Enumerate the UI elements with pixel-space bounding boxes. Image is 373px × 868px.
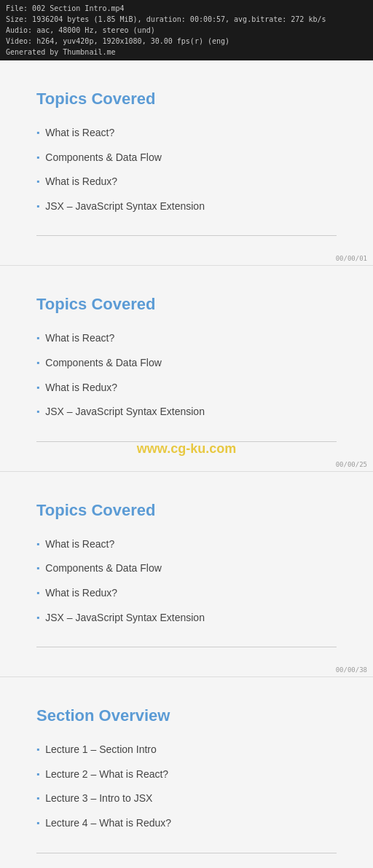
slide-panel-1: Topics CoveredWhat is React?Components &…	[0, 60, 373, 266]
frame-number: 00/00/25	[336, 461, 367, 468]
file-info-bar: File: 002 Section Intro.mp4 Size: 193620…	[0, 0, 373, 60]
slide-panel-3: Topics CoveredWhat is React?Components &…	[0, 472, 373, 677]
divider-line	[36, 853, 337, 853]
list-item: Lecture 3 – Intro to JSX	[36, 792, 337, 806]
divider-line	[36, 647, 337, 647]
panel-list-3: What is React?Components & Data FlowWhat…	[36, 537, 337, 625]
panel-list-4: Lecture 1 – Section IntroLecture 2 – Wha…	[36, 743, 337, 830]
panel-title-3: Topics Covered	[36, 501, 337, 520]
list-item: JSX – JavaScript Syntax Extension	[36, 200, 337, 214]
watermark: www.cg-ku.com	[137, 441, 236, 457]
list-item: What is Redux?	[36, 586, 337, 601]
slide-panel-4: Section OverviewLecture 1 – Section Intr…	[0, 677, 373, 868]
list-item: Components & Data Flow	[36, 561, 337, 576]
list-item: What is React?	[36, 331, 337, 346]
list-item: What is Redux?	[36, 381, 337, 395]
panel-list-2: What is React?Components & Data FlowWhat…	[36, 331, 337, 419]
frame-number: 00/00/01	[336, 255, 367, 262]
file-info-line1: File: 002 Section Intro.mp4	[6, 3, 367, 14]
panel-title-1: Topics Covered	[36, 90, 337, 108]
slide-panel-2: Topics CoveredWhat is React?Components &…	[0, 266, 373, 471]
file-info-line3: Audio: aac, 48000 Hz, stereo (und)	[6, 25, 367, 36]
panel-title-4: Section Overview	[36, 706, 337, 725]
list-item: JSX – JavaScript Syntax Extension	[36, 405, 337, 419]
list-item: Lecture 4 – What is Redux?	[36, 816, 337, 831]
frame-number: 00/00/38	[336, 666, 367, 674]
list-item: Components & Data Flow	[36, 356, 337, 371]
list-item: Components & Data Flow	[36, 151, 337, 165]
list-item: What is React?	[36, 537, 337, 552]
list-item: JSX – JavaScript Syntax Extension	[36, 611, 337, 626]
list-item: What is React?	[36, 126, 337, 141]
file-info-line4: Video: h264, yuv420p, 1920x1080, 30.00 f…	[6, 36, 367, 47]
list-item: What is Redux?	[36, 175, 337, 189]
list-item: Lecture 1 – Section Intro	[36, 743, 337, 757]
list-item: Lecture 2 – What is React?	[36, 768, 337, 782]
panel-list-1: What is React?Components & Data FlowWhat…	[36, 126, 337, 213]
panel-title-2: Topics Covered	[36, 295, 337, 314]
divider-line	[36, 235, 337, 236]
file-info-line2: Size: 1936204 bytes (1.85 MiB), duration…	[6, 14, 367, 25]
file-info-line5: Generated by Thumbnail.me	[6, 47, 367, 58]
